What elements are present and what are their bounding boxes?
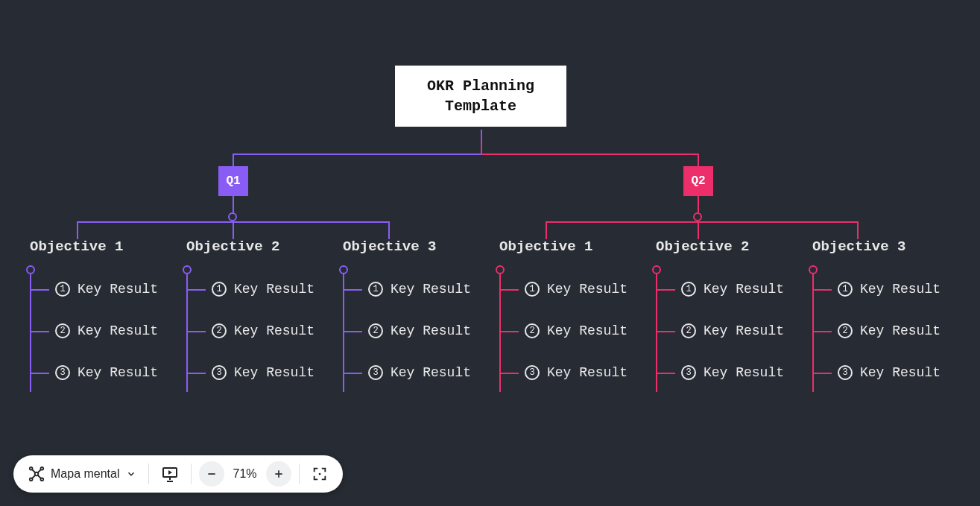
kr-label: Key Result <box>234 365 314 380</box>
objective-node[interactable]: Objective 1 1Key Result 2Key Result 3Key… <box>499 238 648 380</box>
connector <box>388 221 390 239</box>
kr-label: Key Result <box>78 365 158 380</box>
key-result[interactable]: 3Key Result <box>343 365 492 380</box>
connector-circle <box>652 265 661 274</box>
kr-label: Key Result <box>547 323 627 338</box>
kr-number-icon: 2 <box>212 323 227 338</box>
mindmap-icon <box>28 466 45 482</box>
connector <box>657 373 675 374</box>
connector <box>698 154 699 167</box>
kr-label: Key Result <box>704 323 784 338</box>
connector <box>698 196 699 212</box>
key-result[interactable]: 3Key Result <box>499 365 648 380</box>
kr-number-icon: 2 <box>368 323 383 338</box>
plus-icon <box>274 469 284 479</box>
view-toolbar: Mapa mental 71% <box>13 455 343 493</box>
connector <box>814 331 832 332</box>
kr-label: Key Result <box>860 282 941 297</box>
key-result[interactable]: 2Key Result <box>499 323 648 338</box>
key-result[interactable]: 1Key Result <box>499 282 648 297</box>
presentation-icon <box>161 465 179 483</box>
zoom-out-button[interactable] <box>199 461 224 487</box>
svg-line-5 <box>33 470 36 473</box>
separator <box>148 464 149 484</box>
quarter-q2[interactable]: Q2 <box>683 166 713 196</box>
layout-mode-label: Mapa mental <box>51 467 120 481</box>
connector <box>501 331 519 332</box>
kr-number-icon: 1 <box>838 282 853 297</box>
svg-point-16 <box>318 473 320 475</box>
key-result[interactable]: 3Key Result <box>30 365 179 380</box>
objective-node[interactable]: Objective 2 1Key Result 2Key Result 3Key… <box>186 238 335 380</box>
fit-screen-button[interactable] <box>307 461 332 487</box>
svg-line-8 <box>38 475 41 478</box>
objective-node[interactable]: Objective 3 1Key Result 2Key Result 3Key… <box>343 238 492 380</box>
connector <box>233 196 234 212</box>
kr-number-icon: 3 <box>525 365 540 380</box>
key-result[interactable]: 1Key Result <box>812 282 961 297</box>
key-result[interactable]: 2Key Result <box>812 323 961 338</box>
key-result[interactable]: 3Key Result <box>186 365 335 380</box>
connector <box>188 373 206 374</box>
connector <box>814 289 832 291</box>
kr-number-icon: 1 <box>681 282 696 297</box>
mindmap-canvas[interactable]: OKR Planning Template Q1 Q2 Objective 1 … <box>0 0 980 506</box>
svg-line-7 <box>33 475 36 478</box>
kr-label: Key Result <box>704 282 784 297</box>
key-result[interactable]: 3Key Result <box>812 365 961 380</box>
kr-label: Key Result <box>860 323 941 338</box>
connector <box>188 289 206 291</box>
connector <box>546 221 859 223</box>
svg-point-4 <box>41 478 44 481</box>
kr-number-icon: 2 <box>681 323 696 338</box>
kr-label: Key Result <box>547 365 627 380</box>
key-result[interactable]: 1Key Result <box>30 282 179 297</box>
connector-circle <box>183 265 192 274</box>
key-result[interactable]: 1Key Result <box>656 282 805 297</box>
key-result[interactable]: 3Key Result <box>656 365 805 380</box>
key-result[interactable]: 1Key Result <box>343 282 492 297</box>
objective-title: Objective 2 <box>186 238 335 255</box>
connector <box>501 289 519 291</box>
kr-number-icon: 2 <box>525 323 540 338</box>
kr-number-icon: 3 <box>212 365 227 380</box>
svg-line-6 <box>38 470 41 473</box>
kr-label: Key Result <box>391 365 471 380</box>
zoom-in-button[interactable] <box>266 461 291 487</box>
connector <box>698 221 699 239</box>
key-result[interactable]: 2Key Result <box>186 323 335 338</box>
root-title: OKR Planning Template <box>427 78 534 115</box>
kr-number-icon: 3 <box>681 365 696 380</box>
separator <box>299 464 300 484</box>
connector <box>233 154 234 167</box>
svg-point-3 <box>30 478 33 481</box>
connector <box>501 373 519 374</box>
objective-node[interactable]: Objective 3 1Key Result 2Key Result 3Key… <box>812 238 961 380</box>
root-node[interactable]: OKR Planning Template <box>395 66 566 127</box>
present-button[interactable] <box>157 461 183 487</box>
connector <box>814 373 832 374</box>
kr-label: Key Result <box>78 323 158 338</box>
quarter-label: Q2 <box>691 174 705 188</box>
kr-label: Key Result <box>704 365 784 380</box>
connector <box>344 289 362 291</box>
objective-node[interactable]: Objective 2 1Key Result 2Key Result 3Key… <box>656 238 805 380</box>
key-result[interactable]: 2Key Result <box>656 323 805 338</box>
connector-circle <box>26 265 35 274</box>
connector <box>31 373 49 374</box>
key-result[interactable]: 2Key Result <box>30 323 179 338</box>
layout-mode-button[interactable]: Mapa mental <box>24 461 141 487</box>
connector-circle <box>496 265 505 274</box>
quarter-q1[interactable]: Q1 <box>218 166 248 196</box>
connector <box>233 221 234 239</box>
key-result[interactable]: 1Key Result <box>186 282 335 297</box>
objective-title: Objective 1 <box>499 238 648 255</box>
connector-circle <box>339 265 348 274</box>
connector <box>31 331 49 332</box>
svg-point-1 <box>30 467 33 470</box>
key-result[interactable]: 2Key Result <box>343 323 492 338</box>
kr-label: Key Result <box>391 282 471 297</box>
svg-point-2 <box>41 467 44 470</box>
objective-node[interactable]: Objective 1 1Key Result 2Key Result 3Key… <box>30 238 179 380</box>
fullscreen-icon <box>312 466 328 482</box>
